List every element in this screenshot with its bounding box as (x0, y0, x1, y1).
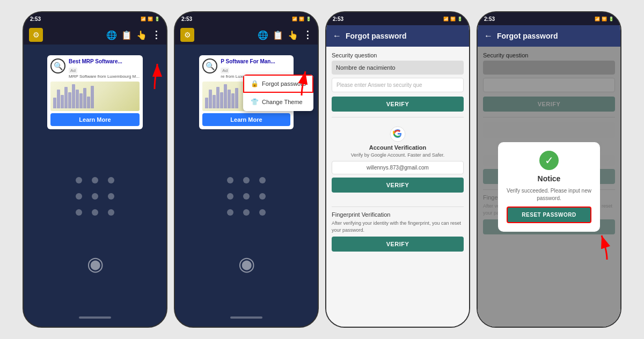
fingerprint-header-icon[interactable]: 👆 (136, 30, 147, 40)
learn-more-btn-1[interactable]: Learn More (50, 113, 140, 126)
phone-3: 2:53 📶 🛜 🔋 ← Forgot password Security qu… (325, 11, 470, 328)
verify-btn-3[interactable]: VERIFY (332, 97, 464, 112)
dot-2-7 (227, 209, 233, 216)
status-bar-1: 2:53 📶 🛜 🔋 (24, 12, 166, 25)
dot-7 (76, 209, 82, 216)
reset-password-btn[interactable]: RESET PASSWORD (507, 207, 591, 223)
fingerprint-section-3: Fingerprint Verification After verifying… (332, 211, 464, 252)
ad-text-1: Best MRP Software... Ad MRP Software fro… (69, 58, 140, 79)
learn-more-btn-2[interactable]: Learn More (202, 113, 290, 126)
forgot-body-4: Security question VERIFY VERIFY Fingerpr… (478, 47, 620, 327)
ad-chart-1 (50, 82, 140, 111)
wifi-icon-2: 🛜 (299, 17, 304, 21)
forgot-title-4: Forgot password (497, 32, 558, 40)
divider-3a (332, 117, 464, 117)
signal-icon: 📶 (141, 17, 146, 21)
status-icons-3: 📶 🛜 🔋 (443, 17, 463, 21)
screen-4: ← Forgot password Security question VERI… (478, 25, 620, 327)
sim-icon[interactable]: 📋 (121, 30, 132, 40)
sim-icon-2[interactable]: 📋 (273, 30, 283, 40)
ad-image-1 (50, 82, 140, 111)
signal-icon-3: 📶 (443, 17, 449, 21)
dot-2-9 (259, 209, 266, 216)
ad-search-icon-1: 🔍 (50, 58, 65, 73)
home-bar-2 (230, 316, 262, 319)
dots-grid-1 (76, 177, 114, 216)
ad-desc-1: MRP Software from Luxembourg M... (69, 74, 140, 79)
google-section-3: Account Verification Verify by Google Ac… (332, 122, 464, 202)
fingerprint-title-3: Fingerprint Verification (332, 211, 464, 218)
dot-9 (108, 209, 114, 216)
dot-2-1 (227, 177, 233, 183)
dot-2-5 (243, 193, 250, 200)
change-theme-menu-item[interactable]: 👕 Change Theme (243, 93, 313, 111)
notice-title: Notice (538, 174, 561, 183)
fingerprint-header-icon-2[interactable]: 👆 (288, 30, 298, 40)
battery-icon: 🔋 (155, 17, 160, 21)
dot-2-6 (259, 193, 266, 200)
wifi-icon-3: 🛜 (450, 17, 456, 21)
forgot-header-3: ← Forgot password (326, 25, 469, 47)
time-1: 2:53 (30, 16, 41, 22)
phone-4: 2:53 📶 🛜 🔋 ← Forgot password Security qu… (477, 11, 621, 328)
dropdown-menu: 🔒 Forgot password 👕 Change Theme (243, 75, 313, 111)
forgot-screen-3: ← Forgot password Security question Nomb… (326, 25, 469, 327)
dots-grid-2 (227, 177, 266, 216)
forgot-header-4: ← Forgot password (478, 25, 620, 47)
screen-3: ← Forgot password Security question Nomb… (326, 25, 469, 327)
dot-2-3 (259, 177, 266, 183)
wifi-icon: 🛜 (148, 17, 153, 21)
back-arrow-3[interactable]: ← (333, 31, 341, 41)
forgot-password-label: Forgot password (262, 80, 306, 87)
dot-4 (76, 193, 82, 200)
ad-badge-1: Ad (69, 68, 77, 73)
answer-input-3[interactable]: Please enter Answer to security que (332, 78, 464, 92)
time-3: 2:53 (333, 16, 343, 22)
dot-3 (108, 177, 114, 183)
phone-1: 2:53 📶 🛜 🔋 ⚙ 🌐 📋 👆 ⋮ 🔍 Best MRP Software… (23, 11, 167, 328)
header-right-1: 🌐 📋 👆 ⋮ (106, 29, 161, 41)
status-icons-2: 📶 🛜 🔋 (292, 17, 311, 21)
more-options-icon-2[interactable]: ⋮ (303, 29, 312, 41)
wifi-icon-4: 🛜 (602, 17, 607, 21)
forgot-title-3: Forgot password (346, 32, 407, 40)
forgot-screen-4: ← Forgot password Security question VERI… (478, 25, 620, 327)
fingerprint-desc-3: After verifying your identity with the f… (332, 220, 464, 233)
status-icons-1: 📶 🛜 🔋 (141, 17, 160, 21)
app-header-1: ⚙ 🌐 📋 👆 ⋮ (24, 25, 166, 45)
screen-2: 🔍 P Software For Man... Ad re from Luxem… (175, 45, 318, 327)
phone-2: 2:53 📶 🛜 🔋 ⚙ 🌐 📋 👆 ⋮ 🔍 P Software For Ma… (174, 11, 319, 328)
forgot-body-3: Security question Nombre de nacimiento P… (326, 47, 469, 327)
change-theme-label: Change Theme (262, 99, 303, 105)
security-question-label-3: Security question (332, 52, 464, 58)
lock-menu-icon: 🔒 (251, 80, 259, 87)
dot-8 (92, 209, 98, 216)
battery-icon-4: 🔋 (609, 17, 614, 21)
app-logo-1: ⚙ (29, 28, 43, 42)
google-logo-3 (390, 126, 406, 142)
notice-desc: Verify succeeded. Please input new passw… (507, 187, 591, 202)
globe-icon[interactable]: 🌐 (106, 30, 117, 40)
notice-dialog-4: ✓ Notice Verify succeeded. Please input … (498, 142, 600, 232)
verify-btn-3b[interactable]: VERIFY (332, 178, 464, 193)
more-options-icon[interactable]: ⋮ (151, 29, 161, 41)
status-bar-2: 2:53 📶 🛜 🔋 (175, 12, 318, 25)
header-right-2: 🌐 📋 👆 ⋮ (258, 29, 312, 41)
status-bar-3: 2:53 📶 🛜 🔋 (326, 12, 469, 25)
ad-badge-2: Ad (221, 68, 229, 73)
signal-icon-4: 📶 (595, 17, 600, 21)
status-bar-4: 2:53 📶 🛜 🔋 (478, 12, 620, 25)
dot-6 (108, 193, 114, 200)
back-arrow-4[interactable]: ← (484, 31, 493, 41)
dot-1 (76, 177, 82, 183)
time-4: 2:53 (484, 16, 495, 22)
dot-2-2 (243, 177, 250, 183)
theme-menu-icon: 👕 (251, 98, 259, 106)
forgot-password-menu-item[interactable]: 🔒 Forgot password (243, 75, 313, 93)
globe-icon-2[interactable]: 🌐 (258, 30, 268, 40)
verify-btn-3c[interactable]: VERIFY (332, 237, 464, 252)
screen-1: 🔍 Best MRP Software... Ad MRP Software f… (24, 45, 166, 327)
ad-banner-1: 🔍 Best MRP Software... Ad MRP Software f… (47, 55, 143, 129)
notice-overlay-4: ✓ Notice Verify succeeded. Please input … (478, 47, 620, 327)
account-verify-title-3: Account Verification (369, 144, 426, 151)
